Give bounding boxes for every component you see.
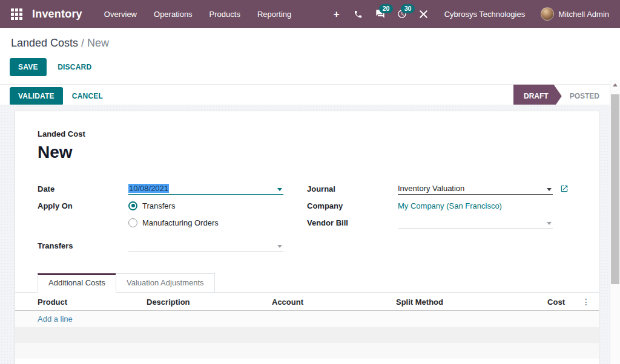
apply-on-manufacturing-option[interactable]: Manufacturing Orders [128,218,283,227]
add-a-line-link[interactable]: Add a line [38,314,73,323]
journal-label: Journal [307,184,398,193]
menu-operations[interactable]: Operations [145,6,201,22]
validate-button[interactable]: VALIDATE [10,87,63,105]
notebook-tabs: Additional Costs Valuation Adjustments [15,273,599,293]
save-button[interactable]: SAVE [10,58,47,76]
company-label: Company [307,201,398,210]
menu-products[interactable]: Products [201,6,249,22]
additional-costs-table: Product Description Account Split Method… [15,293,599,359]
form-left-column: Date 10/08/2021 Apply On Transfers [38,180,307,254]
vendor-bill-label: Vendor Bill [307,218,398,227]
vendor-bill-field[interactable] [398,217,553,229]
radio-transfers-label[interactable]: Transfers [142,201,175,210]
quick-create-icon[interactable]: + [326,9,348,19]
discard-button[interactable]: DISCARD [50,59,99,76]
messages-icon[interactable]: 20 [369,9,391,19]
date-label: Date [38,184,128,193]
vendor-bill-dropdown-icon[interactable] [547,222,552,225]
header-split-method: Split Method [391,293,533,311]
radio-manufacturing-icon[interactable] [128,218,137,227]
record-title: New [38,143,599,162]
breadcrumb: Landed Costs / New [11,37,610,50]
sheet-label: Landed Cost [38,129,599,138]
activities-icon[interactable]: 30 [391,9,413,19]
scrollbar-thumb[interactable] [611,94,619,284]
table-row [15,327,599,343]
radio-transfers-icon[interactable] [128,201,137,210]
tab-additional-costs[interactable]: Additional Costs [38,273,116,293]
top-navbar: Inventory Overview Operations Products R… [0,0,620,28]
journal-dropdown-icon[interactable] [547,188,552,191]
main-menu: Overview Operations Products Reporting [96,6,300,22]
vertical-scrollbar[interactable] [610,80,620,364]
menu-overview[interactable]: Overview [96,6,145,22]
user-menu[interactable]: Mitchell Admin [558,10,609,19]
user-avatar[interactable] [541,7,554,21]
status-posted[interactable]: POSTED [570,92,599,100]
table-header-row: Product Description Account Split Method… [15,293,599,311]
cancel-button[interactable]: CANCEL [64,88,111,105]
date-value[interactable]: 10/08/2021 [128,184,169,193]
journal-external-link-icon[interactable] [560,184,569,193]
app-name[interactable]: Inventory [32,8,82,21]
journal-value[interactable]: Inventory Valuation [398,184,464,193]
breadcrumb-current: New [87,37,109,49]
breadcrumb-landed-costs[interactable]: Landed Costs [11,37,78,49]
form-sheet: Landed Cost New Date 10/08/2021 Apply On… [15,111,599,364]
journal-field[interactable]: Inventory Valuation [398,183,553,195]
form-right-column: Journal Inventory Valuation Company My C… [307,180,576,254]
menu-reporting[interactable]: Reporting [249,6,300,22]
header-account: Account [267,293,391,311]
company-switcher[interactable]: Cybrosys Technologies [444,10,525,19]
table-row [15,343,599,359]
tools-icon[interactable] [413,9,435,18]
transfers-dropdown-icon[interactable] [277,245,282,248]
transfers-label: Transfers [38,241,128,250]
column-options-icon[interactable]: ⋮ [570,293,599,311]
transfers-field[interactable] [128,240,283,252]
breadcrumb-separator: / [81,37,87,49]
header-description: Description [142,293,267,311]
scrollbar-up-arrow-icon[interactable] [610,80,620,89]
form-fields: Date 10/08/2021 Apply On Transfers [15,180,599,254]
header-product: Product [15,293,142,311]
apply-on-label: Apply On [38,201,128,210]
apply-on-transfers-option[interactable]: Transfers [128,201,283,210]
navbar-systray: + 20 30 Cybrosys Technologies Mitchell A… [326,7,609,21]
table-row: Add a line [15,311,599,328]
phone-icon[interactable] [348,9,369,18]
date-dropdown-icon[interactable] [277,188,282,191]
tab-valuation-adjustments[interactable]: Valuation Adjustments [116,273,215,293]
form-view-background: Landed Cost New Date 10/08/2021 Apply On… [0,105,620,364]
company-value[interactable]: My Company (San Francisco) [398,201,502,210]
apps-grid-icon[interactable] [11,8,22,20]
control-panel-buttons: SAVE DISCARD [10,58,610,76]
radio-manufacturing-label[interactable]: Manufacturing Orders [142,218,219,227]
date-field[interactable]: 10/08/2021 [128,183,283,195]
header-cost: Cost [533,293,570,311]
control-panel: Landed Costs / New SAVE DISCARD [0,28,620,84]
company-field[interactable]: My Company (San Francisco) [398,201,553,210]
